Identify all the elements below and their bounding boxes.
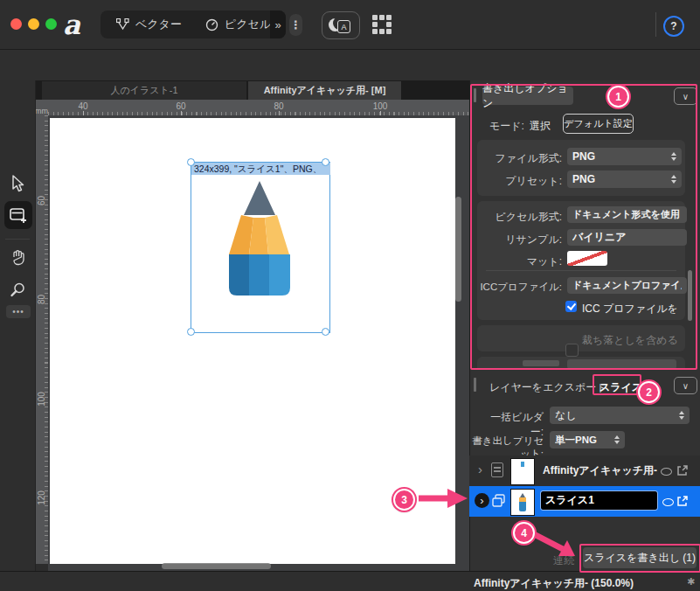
marker-3-number: 3 [401,494,407,506]
bleed-label: 裁ち落としを含める [582,333,678,348]
slice-row-name: Affinityアイキャッチ用- [543,463,657,478]
annotation-marker-2: 2 [638,381,660,403]
visibility-eye-icon[interactable] [662,498,674,506]
annotation-marker-4: 4 [513,522,535,544]
panel-scrollbar[interactable] [688,270,692,321]
icc-profile-dropdown[interactable]: ドキュメントプロファイルを… [567,277,687,294]
icc-embed-checkbox[interactable] [565,301,577,312]
slice-handle-bottom-right[interactable] [322,328,329,336]
marker-2-number: 2 [646,386,652,399]
slice-handle-top-right[interactable] [322,158,329,166]
vertical-scrollbar[interactable] [455,197,461,302]
icc-profile-label: ICCプロファイル: [477,281,562,294]
pixel-persona-icon [205,18,218,31]
slice-tool-icon [9,205,28,225]
hardware-acceleration-toggle[interactable]: A [322,11,360,39]
resample-label: リサンプル: [477,233,562,247]
mode-option-default[interactable]: デフォルト設定 [563,114,634,134]
slice-list-row-document[interactable]: › Affinityアイキャッチ用- [469,455,700,487]
export-options-panel-title[interactable]: 書き出しオプション [482,87,573,105]
group-divider [486,270,676,271]
document-status-bar: Affinityアイキャッチ用- (150.0%) ✱ [469,571,700,591]
preset-dropdown[interactable]: PNG [567,170,682,188]
ruler-tick-label: 120 [37,485,46,511]
cursor-icon [10,175,25,192]
app-status-bar: 1 / 1 クリックでスライスを選択します。⇧+クリックでスラ- [0,571,469,591]
export-options-collapse-button[interactable]: ∨ [674,87,697,105]
ruler-tick-label: 60 [168,101,194,111]
batch-builder-dropdown[interactable]: なし [550,407,690,424]
disclosure-circle-icon[interactable]: › [475,493,489,508]
icc-embed-label: ICC プロファイルを [582,302,678,316]
disclosure-icon[interactable]: › [478,462,482,476]
vector-persona-icon [116,18,129,31]
toolbar-separator [655,12,656,37]
resample-dropdown[interactable]: バイリニア [567,229,687,246]
document-tab-active[interactable]: Affinityアイキャッチ用- [M] [248,81,401,100]
question-mark-icon: ? [670,20,676,32]
annotation-marker-1: 1 [607,86,629,108]
minimize-window-button[interactable] [28,18,39,30]
clipped-label-placeholder [523,360,559,366]
view-tool-button[interactable] [7,247,28,268]
export-slices-button[interactable]: スライスを書き出し (1) [583,547,697,568]
slice-tooltip-label: 324x399, "スライス1"、PNG、 [191,163,330,175]
persona-tab-pixel[interactable]: ピクセル [195,10,281,38]
slices-panel-collapse-button[interactable]: ∨ [674,377,697,394]
export-preset-dropdown[interactable]: 単一PNG [550,431,625,448]
tab-export-layers[interactable]: レイヤーをエクスポート [489,380,607,395]
chevron-down-icon: ∨ [683,92,689,101]
ruler-tick-label: 80 [37,287,46,313]
slice-name-field[interactable]: スライス1 [541,491,657,510]
stepper-icon [671,152,676,161]
continuous-label: 連続 [553,553,574,568]
matte-label: マット: [477,254,562,269]
toolbar-menu-button[interactable]: ⋮ [289,14,302,36]
zoom-tool-button[interactable] [7,279,28,300]
document-tab-2-label: Affinityアイキャッチ用- [M] [264,84,386,97]
export-slice-icon[interactable] [676,464,689,477]
pixel-format-label: ピクセル形式: [477,210,562,225]
export-preset-value: 単一PNG [555,434,611,447]
slice-tool-button[interactable] [4,201,32,229]
marker-4-number: 4 [521,527,527,539]
clipped-dropdown-placeholder [567,359,676,369]
zoom-window-button[interactable] [45,18,57,30]
ruler-tick-label: 40 [70,101,96,111]
document-tab-inactive[interactable]: 人のイラスト-1 [42,81,246,100]
matte-none-swatch[interactable] [567,251,607,266]
persona-tab-pixel-label: ピクセル [225,17,271,32]
tools-sidebar: ••• [0,80,36,571]
tab-slices[interactable]: スライス [600,380,642,395]
affinity-logo: a [63,9,80,40]
slice-selection-rect[interactable]: 324x399, "スライス1"、PNG、 [191,162,330,333]
slice-handle-bottom-left[interactable] [187,328,195,336]
close-window-button[interactable] [10,18,22,30]
horizontal-scrollbar[interactable] [162,563,271,569]
annotation-marker-3: 3 [393,489,415,511]
help-button[interactable]: ? [663,16,684,37]
persona-switcher: ベクター ピクセル » [100,10,286,38]
persona-overflow-button[interactable]: » [270,10,286,38]
stepper-icon [671,175,676,184]
export-slice-icon[interactable] [676,495,689,508]
export-slices-button-label: スライスを書き出し (1) [584,551,696,566]
more-tools-button[interactable]: ••• [6,305,31,318]
bleed-checkbox[interactable] [565,344,579,357]
titlebar: a ベクター ピクセル » ⋮ [0,0,700,50]
file-format-dropdown[interactable]: PNG [567,148,682,165]
resample-value: バイリニア [572,230,682,245]
slice-handle-top-left[interactable] [187,158,195,166]
ruler-tick-label: 80 [266,101,292,111]
studio-grid-icon[interactable] [372,15,392,35]
pixel-format-dropdown[interactable]: ドキュメント形式を使用 [567,206,687,223]
slice-list-row-selected[interactable]: › スライス1 [469,486,700,517]
mode-option-selection[interactable]: 選択 [530,119,551,134]
document-zoom-readout: Affinityアイキャッチ用- (150.0%) [474,576,634,591]
visibility-eye-icon[interactable] [661,468,672,476]
persona-tab-vector[interactable]: ベクター [106,10,192,38]
move-tool-button[interactable] [7,173,28,194]
ruler-unit-label: mm [35,107,48,115]
chevron-double-right-icon: » [274,18,281,31]
ruler-tick-label: 100 [37,386,46,413]
